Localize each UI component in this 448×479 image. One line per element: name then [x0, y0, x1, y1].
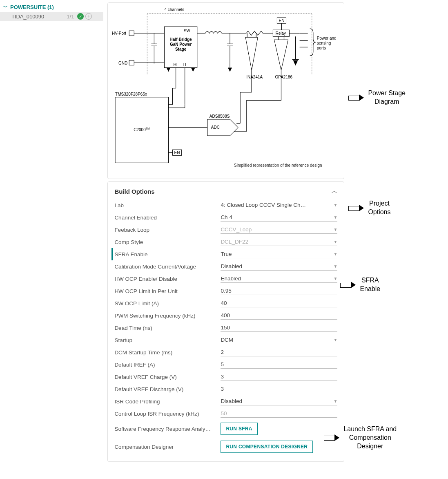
svg-text:ADS8588S: ADS8588S: [210, 114, 230, 119]
row-feedback: Feeback Loop CCCV_Loop▼: [114, 224, 337, 236]
run-sfra-button[interactable]: RUN SFRA: [221, 423, 257, 435]
power-stage-diagram-card: .bx{fill:#fff;stroke:#000;stroke-width:1…: [107, 2, 344, 179]
row-startup: Startup DCM▼: [114, 334, 337, 346]
input-vrefc[interactable]: 3: [221, 373, 337, 381]
label-comp: Comp Style: [114, 239, 221, 245]
svg-text:EN: EN: [174, 150, 180, 155]
svg-text:Power andsensingports: Power andsensingports: [317, 36, 337, 50]
svg-marker-29: [246, 37, 258, 70]
row-vrefc: Default VREF Charge (V) 3: [114, 371, 337, 383]
chevron-down-icon: ▼: [333, 227, 337, 232]
run-compensation-designer-button[interactable]: RUN COMPENSATION DESIGNER: [221, 441, 313, 453]
arrow-right-icon: [348, 205, 364, 211]
power-stage-diagram: .bx{fill:#fff;stroke:#000;stroke-width:1…: [111, 6, 341, 174]
svg-text:4 channels: 4 channels: [165, 7, 184, 12]
select-sfra[interactable]: True▼: [221, 250, 337, 258]
row-dead: Dead Time (ns) 150: [114, 322, 337, 334]
chevron-down-icon: ▼: [333, 338, 337, 342]
row-ctrl: Control Loop ISR Frequency (kHz) 50: [114, 407, 337, 420]
input-dead[interactable]: 150: [221, 324, 337, 332]
row-cal: Calibration Mode Current/Voltage Disable…: [114, 260, 337, 273]
chevron-down-icon: ▼: [333, 215, 337, 219]
label-dead: Dead Time (ns): [114, 325, 221, 331]
select-cal[interactable]: Disabled▼: [221, 262, 337, 271]
label-dcm: DCM Startup Time (ms): [114, 349, 221, 356]
label-sfra: SFRA Enable: [114, 251, 221, 257]
svg-text:ADC: ADC: [211, 125, 220, 130]
label-cal: Calibration Mode Current/Voltage: [114, 264, 221, 270]
annotation-diagram: Power StageDiagram: [348, 89, 406, 106]
row-channel: Channel Enabled Ch 4▼: [114, 211, 337, 224]
input-iref[interactable]: 5: [221, 360, 337, 369]
select-channel[interactable]: Ch 4▼: [221, 213, 337, 222]
svg-marker-20: [191, 68, 195, 72]
select-hwocp[interactable]: Enabled▼: [221, 275, 337, 283]
label-isr: ISR Code Profiling: [114, 398, 221, 405]
label-hwocp-limit: HW OCP Limit in Per Unit: [114, 288, 221, 294]
plus-icon[interactable]: +: [85, 13, 92, 20]
select-isr[interactable]: Disabled▼: [221, 397, 337, 405]
svg-text:TMS320F28P65x: TMS320F28P65x: [115, 92, 147, 96]
svg-text:Relay: Relay: [276, 31, 286, 36]
label-pwm: PWM Switching Frequency (kHz): [114, 313, 221, 319]
label-vrefc: Default VREF Charge (V): [114, 374, 221, 380]
row-lab: Lab 4: Closed Loop CCCV Single Ch…▼: [114, 199, 337, 211]
chevron-down-icon: ▼: [333, 276, 337, 281]
sidebar-item-name: TIDA_010090: [11, 13, 67, 20]
label-sfra-run: Software Frequency Response Analy…: [114, 426, 221, 432]
label-lab: Lab: [114, 202, 221, 208]
svg-rect-3: [129, 31, 134, 36]
row-swocp: SW OCP Limit (A) 40: [114, 297, 337, 309]
annotation-launch: Launch SFRA andCompensationDesigner: [324, 425, 397, 450]
row-iref: Default IREF (A) 5: [114, 358, 337, 371]
svg-text:GND: GND: [118, 61, 127, 65]
svg-text:LI: LI: [183, 63, 186, 67]
build-options-card: Build Options ︿ Lab 4: Closed Loop CCCV …: [107, 181, 344, 462]
main-content: .bx{fill:#fff;stroke:#000;stroke-width:1…: [103, 0, 348, 464]
label-hwocp: HW OCP Enable/ Disable: [114, 276, 221, 282]
annotations: Power StageDiagram ProjectOptions SFRAEn…: [348, 0, 448, 464]
row-sfra-run: Software Frequency Response Analy… RUN S…: [114, 420, 337, 438]
svg-text:HV-Port: HV-Port: [112, 31, 126, 36]
annotation-project: ProjectOptions: [348, 199, 390, 217]
row-hwocp: HW OCP Enable/ Disable Enabled▼: [114, 273, 337, 285]
sidebar-item-count: 1/1: [67, 13, 74, 20]
sidebar: ﹀ POWERSUITE (1) TIDA_010090 1/1 ✓ +: [0, 0, 103, 464]
input-swocp[interactable]: 40: [221, 299, 337, 307]
chevron-down-icon: ▼: [333, 252, 337, 256]
svg-marker-27: [228, 68, 232, 72]
powersuite-title: POWERSUITE (1): [10, 4, 54, 10]
input-ctrl: 50: [221, 410, 337, 418]
input-vrefd[interactable]: 3: [221, 385, 337, 393]
row-isr: ISR Code Profiling Disabled▼: [114, 395, 337, 407]
input-pwm[interactable]: 400: [221, 311, 337, 320]
row-comp: Comp Style DCL_DF22▼: [114, 236, 337, 248]
input-dcm[interactable]: 2: [221, 348, 337, 356]
sidebar-item-tida[interactable]: TIDA_010090 1/1 ✓ +: [0, 12, 103, 21]
arrow-right-icon: [348, 95, 364, 101]
label-compdes: Compensation Designer: [114, 444, 221, 450]
svg-text:INA241A: INA241A: [247, 75, 263, 79]
label-feedback: Feeback Loop: [114, 227, 221, 233]
svg-text:SW: SW: [184, 29, 191, 33]
label-startup: Startup: [114, 337, 221, 343]
chevron-down-icon: ▼: [333, 399, 337, 403]
svg-text:EN: EN: [279, 18, 285, 23]
row-dcm: DCM Startup Time (ms) 2: [114, 346, 337, 358]
chevron-down-icon: ﹀: [3, 4, 8, 10]
build-options-header[interactable]: Build Options ︿: [114, 186, 337, 199]
row-sfra-enable: SFRA Enable True▼: [111, 248, 337, 260]
arrow-right-icon: [324, 435, 339, 441]
svg-marker-40: [274, 40, 288, 70]
chevron-up-icon[interactable]: ︿: [332, 188, 337, 195]
input-hwocp-limit[interactable]: 0.95: [221, 287, 337, 295]
powersuite-header[interactable]: ﹀ POWERSUITE (1): [0, 2, 103, 12]
annotation-sfra: SFRAEnable: [340, 276, 380, 293]
select-startup[interactable]: DCM▼: [221, 336, 337, 344]
svg-rect-10: [129, 60, 134, 65]
svg-text:Simplified representation of t: Simplified representation of the referen…: [234, 163, 322, 168]
svg-text:OPA2186: OPA2186: [275, 75, 293, 79]
select-lab[interactable]: 4: Closed Loop CCCV Single Ch…▼: [221, 201, 337, 209]
label-iref: Default IREF (A): [114, 362, 221, 368]
svg-text:HI: HI: [174, 63, 178, 67]
